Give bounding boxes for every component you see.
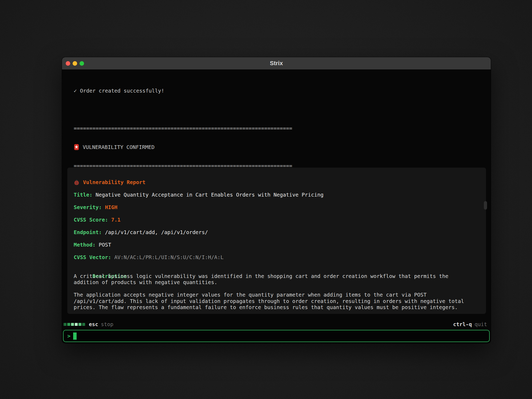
strix-terminal-window: Strix ✓ Order created successfully! ====… [62, 57, 491, 343]
siren-icon [74, 144, 79, 150]
report-method-row: Method: POST [74, 242, 480, 248]
status-right: ctrl-q quit [453, 321, 487, 327]
spinner-block [67, 323, 70, 326]
endpoint-value: /api/v1/cart/add, /api/v1/orders/ [105, 229, 208, 236]
blank-line [74, 107, 483, 113]
vulnerability-confirmed-text: VULNERABILITY CONFIRMED [83, 144, 155, 151]
prompt-symbol: > [67, 333, 70, 339]
window-title: Strix [62, 60, 491, 67]
report-title-row: Title: Negative Quantity Acceptance in C… [74, 192, 480, 198]
esc-key-hint: esc [89, 321, 98, 327]
separator-line: ========================================… [74, 125, 483, 132]
description-heading: Description [74, 267, 480, 273]
bug-icon [74, 179, 80, 185]
report-header-text: Vulnerability Report [83, 179, 146, 186]
text-cursor [73, 332, 77, 340]
method-value: POST [99, 242, 111, 248]
severity-label: Severity: [74, 204, 105, 211]
cvss-score-value: 7.1 [111, 217, 120, 223]
spinner-block [78, 323, 81, 326]
severity-value: HIGH [105, 204, 117, 211]
quit-action-label: quit [475, 321, 487, 327]
scrollbar-thumb[interactable] [484, 201, 487, 210]
method-label: Method: [74, 242, 99, 248]
command-input[interactable]: > [63, 330, 490, 342]
report-cvss-vector-row: CVSS Vector: AV:N/AC:L/PR:L/UI:N/S:U/C:N… [74, 254, 480, 261]
vulnerability-confirmed-line: VULNERABILITY CONFIRMED [74, 144, 483, 151]
spinner-block [71, 323, 74, 326]
status-bar: esc stop ctrl-q quit [64, 321, 487, 328]
report-header: Vulnerability Report [74, 179, 480, 186]
description-paragraph-2: The application accepts negative integer… [74, 292, 467, 311]
report-severity-row: Severity: HIGH [74, 204, 480, 211]
activity-spinner [64, 323, 85, 326]
report-cvss-score-row: CVSS Score: 7.1 [74, 217, 480, 223]
order-success-line: ✓ Order created successfully! [74, 88, 483, 94]
cvss-score-label: CVSS Score: [74, 217, 111, 223]
quit-key-hint: ctrl-q [453, 321, 472, 327]
cvss-vector-value: AV:N/AC:L/PR:L/UI:N/S:U/C:N/I:H/A:L [114, 254, 224, 261]
title-label: Title: [74, 192, 95, 198]
spinner-block [82, 323, 85, 326]
description-paragraph-1: A critical business logic vulnerability … [74, 273, 467, 286]
endpoint-label: Endpoint: [74, 229, 105, 236]
vulnerability-report-panel: Vulnerability Report Title: Negative Qua… [67, 168, 486, 314]
window-titlebar: Strix [62, 57, 491, 69]
title-value: Negative Quantity Acceptance in Cart Ena… [95, 192, 323, 198]
esc-action-label: stop [101, 321, 113, 327]
spinner-block [64, 323, 66, 326]
status-left: esc stop [64, 321, 113, 327]
report-endpoint-row: Endpoint: /api/v1/cart/add, /api/v1/orde… [74, 229, 480, 236]
cvss-vector-label: CVSS Vector: [74, 254, 114, 261]
spinner-block [75, 323, 78, 326]
